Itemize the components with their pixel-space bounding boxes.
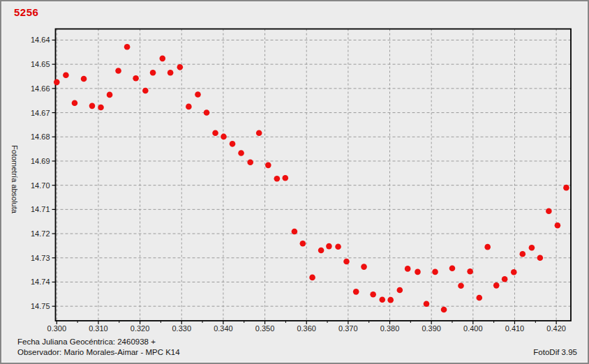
data-point: [449, 265, 456, 271]
x-tick-label: 0.420: [546, 324, 566, 333]
data-point: [186, 104, 192, 110]
data-point: [432, 269, 438, 275]
data-point: [397, 287, 403, 294]
data-point: [502, 276, 508, 282]
data-point: [484, 244, 491, 250]
data-point: [107, 92, 113, 98]
status-bar: Fecha Juliana Geocéntrica: 2460938 + Obs…: [1, 335, 588, 363]
data-point: [89, 103, 96, 109]
data-point: [142, 88, 149, 94]
data-point: [493, 282, 500, 289]
y-tick-label: 14.73: [31, 254, 50, 262]
data-point: [256, 130, 262, 136]
fotodif-window: 5256 0.3000.3100.3200.3300.3400.3500.360…: [0, 0, 589, 364]
data-point: [282, 175, 288, 181]
y-tick-label: 14.72: [31, 229, 50, 238]
data-point: [124, 44, 131, 50]
data-point: [133, 75, 139, 82]
data-point: [379, 297, 385, 303]
data-point: [441, 307, 447, 313]
y-tick-label: 14.67: [31, 109, 50, 117]
data-point: [458, 282, 464, 289]
x-tick-label: 0.390: [422, 324, 441, 333]
data-point: [238, 150, 244, 156]
data-point: [424, 301, 430, 307]
x-tick-label: 0.350: [255, 324, 275, 333]
y-tick-label: 14.75: [31, 302, 50, 310]
data-point: [326, 243, 332, 250]
data-point: [63, 72, 69, 78]
y-tick-label: 14.66: [31, 84, 50, 93]
data-point: [292, 229, 298, 235]
data-point: [177, 64, 184, 70]
data-point: [476, 295, 482, 301]
data-point: [115, 68, 121, 74]
data-point: [563, 185, 569, 191]
app-version-label: FotoDif 3.95: [533, 348, 577, 356]
data-point: [529, 245, 535, 251]
data-point: [370, 291, 376, 298]
y-tick-label: 14.71: [31, 205, 50, 213]
x-tick-label: 0.410: [505, 324, 525, 333]
data-point: [520, 251, 526, 257]
x-tick-label: 0.370: [338, 324, 358, 333]
x-tick-label: 0.320: [131, 324, 150, 333]
data-point: [54, 79, 60, 86]
data-point: [511, 269, 517, 275]
data-point: [160, 56, 166, 62]
x-tick-label: 0.330: [172, 324, 191, 333]
y-tick-label: 14.70: [31, 181, 50, 190]
x-tick-label: 0.300: [47, 324, 67, 333]
x-tick-label: 0.400: [463, 324, 483, 333]
light-curve-plot: 0.3000.3100.3200.3300.3400.3500.3600.370…: [1, 1, 589, 336]
status-observer: Observador: Mario Morales-Aimar - MPC K1…: [17, 348, 180, 356]
y-tick-label: 14.69: [31, 157, 50, 165]
data-point: [167, 70, 174, 76]
data-point: [265, 162, 271, 169]
data-point: [415, 269, 421, 275]
data-point: [81, 76, 87, 82]
data-point: [195, 91, 201, 98]
x-tick-label: 0.310: [89, 324, 108, 333]
data-point: [212, 130, 218, 136]
data-point: [300, 241, 306, 247]
y-tick-label: 14.74: [31, 278, 50, 286]
data-point: [537, 255, 544, 261]
data-point: [546, 208, 552, 215]
y-tick-label: 14.64: [31, 36, 50, 44]
data-point: [274, 176, 281, 182]
data-point: [467, 268, 473, 275]
data-point: [309, 275, 315, 281]
data-point: [361, 264, 367, 270]
data-point: [230, 141, 236, 147]
data-point: [353, 289, 359, 295]
data-point: [555, 222, 561, 229]
data-point: [72, 100, 78, 106]
y-tick-label: 14.65: [31, 60, 50, 68]
status-julian-date: Fecha Juliana Geocéntrica: 2460938 +: [17, 338, 156, 346]
y-tick-label: 14.68: [31, 132, 50, 141]
data-point: [405, 266, 411, 272]
x-tick-label: 0.360: [297, 324, 316, 333]
data-point: [221, 134, 227, 140]
x-tick-label: 0.340: [214, 324, 233, 333]
y-axis-label: Fotometría absoluta: [10, 134, 19, 225]
data-point: [150, 70, 156, 76]
data-point: [387, 297, 394, 303]
data-point: [98, 105, 104, 111]
data-point: [204, 109, 210, 116]
data-point: [335, 244, 341, 250]
data-point: [247, 159, 253, 165]
data-point: [318, 248, 325, 254]
x-tick-label: 0.380: [380, 324, 400, 333]
data-point: [343, 259, 350, 265]
